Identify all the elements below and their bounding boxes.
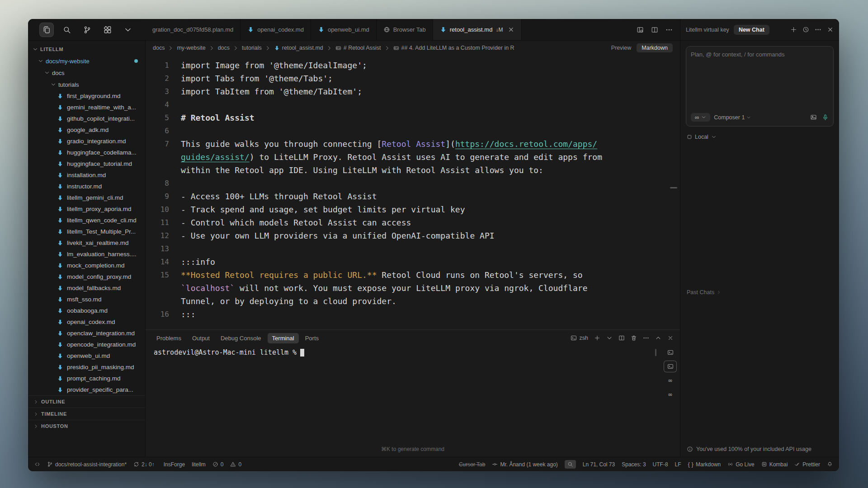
terminal-body[interactable]: astrodevil@Astro-Mac-mini litellm % ∞∞ <box>146 346 680 446</box>
kill-terminal-icon[interactable] <box>631 335 637 341</box>
split-terminal-icon[interactable] <box>618 335 625 341</box>
terminal-scrollbar[interactable] <box>655 349 656 356</box>
status-item-2-0[interactable]: 2↓ 0↑ <box>133 461 155 468</box>
chat-tab-title[interactable]: Litellm virtual key <box>686 27 729 33</box>
file-item[interactable]: github_copilot_integrati... <box>28 113 145 124</box>
code-line[interactable]: 6 <box>146 124 680 137</box>
past-chats-section[interactable]: Past Chats <box>686 289 834 296</box>
file-item[interactable]: mock_completion.md <box>28 260 145 271</box>
sidebar-section-outline[interactable]: OUTLINE <box>28 395 145 408</box>
shell-indicator[interactable]: zsh <box>571 335 588 341</box>
status-item-insforge[interactable]: InsForge <box>161 461 185 468</box>
breadcrumb-item[interactable]: # Retool Assist <box>335 45 381 51</box>
file-item[interactable]: first_playground.md <box>28 90 145 102</box>
breadcrumb-item[interactable]: retool_assist.md <box>274 45 323 51</box>
file-item[interactable]: openai_codex.md <box>28 316 145 328</box>
status-item-litellm[interactable]: litellm <box>192 461 206 468</box>
panel-tab-debug-console[interactable]: Debug Console <box>216 333 266 343</box>
file-item[interactable]: opencode_integration.md <box>28 339 145 350</box>
close-panel-icon[interactable] <box>667 335 674 341</box>
chat-history-icon[interactable] <box>802 26 809 33</box>
status-item[interactable] <box>565 460 576 469</box>
file-item[interactable]: litellm_qwen_code_cli.md <box>28 215 145 226</box>
editor-tab[interactable]: Browser Tab <box>377 19 433 40</box>
code-line[interactable]: 7This guide walks you through connecting… <box>146 137 680 150</box>
status-item-utf-8[interactable]: UTF-8 <box>653 461 668 468</box>
terminal-session-item[interactable] <box>664 361 676 372</box>
split-icon[interactable] <box>651 26 658 33</box>
markdown-button[interactable]: Markdown <box>637 43 673 52</box>
file-item[interactable]: msft_sso.md <box>28 294 145 305</box>
panel-tab-output[interactable]: Output <box>188 333 214 343</box>
attach-image-icon[interactable] <box>810 114 817 121</box>
activity-chevron-down-button[interactable] <box>121 23 135 37</box>
breadcrumb-item[interactable]: docs <box>153 45 165 51</box>
file-item[interactable]: litellm_gemini_cli.md <box>28 192 145 203</box>
sidebar-section-houston[interactable]: HOUSTON <box>28 420 145 432</box>
mic-icon[interactable] <box>822 114 829 121</box>
activity-search-button[interactable] <box>60 23 74 37</box>
sidebar-section-timeline[interactable]: TIMELINE <box>28 408 145 420</box>
file-item[interactable]: installation.md <box>28 169 145 181</box>
code-line[interactable]: 14:::info <box>146 255 680 268</box>
code-line[interactable]: 12- Use your own LLM providers via a uni… <box>146 229 680 242</box>
file-item[interactable]: google_adk.md <box>28 124 145 136</box>
file-item[interactable]: prompt_caching.md <box>28 373 145 384</box>
split-search-icon[interactable] <box>637 26 644 33</box>
code-line[interactable]: 5# Retool Assist <box>146 111 680 124</box>
project-header[interactable]: LITELLM <box>28 43 145 55</box>
code-line[interactable]: 16::: <box>146 308 680 321</box>
code-line[interactable]: 1import Image from '@theme/IdealImage'; <box>146 59 680 72</box>
file-item[interactable]: oobabooga.md <box>28 305 145 316</box>
preview-button[interactable]: Preview <box>611 45 631 51</box>
editor-tab[interactable]: gration_doc_d075fd58.plan.md <box>146 19 241 40</box>
new-chat-tab[interactable]: New Chat <box>734 25 769 35</box>
file-item[interactable]: openclaw_integration.md <box>28 328 145 339</box>
file-item[interactable]: livekit_xai_realtime.md <box>28 237 145 249</box>
status-item-0[interactable]: 0 <box>230 461 241 468</box>
terminal-session-item[interactable] <box>664 347 676 358</box>
status-item-kombai[interactable]: Kombai <box>761 461 788 468</box>
code-line[interactable]: `localhost` will not work. You must expo… <box>146 282 680 295</box>
model-selector[interactable]: Composer 1 <box>714 114 751 121</box>
tab-close-icon[interactable] <box>508 26 514 33</box>
breadcrumb-item[interactable]: my-website <box>177 45 205 51</box>
new-terminal-icon[interactable] <box>594 335 600 341</box>
activity-extensions-button[interactable] <box>101 23 114 37</box>
chat-more-icon[interactable] <box>815 26 821 33</box>
file-item[interactable]: huggingface_codellama... <box>28 147 145 158</box>
code-line[interactable]: 15**Hosted Retool requires a public URL.… <box>146 268 680 282</box>
activity-files-button[interactable] <box>40 23 53 37</box>
new-chat-plus-icon[interactable] <box>790 26 797 33</box>
file-item[interactable]: litellm_proxy_aporia.md <box>28 203 145 215</box>
panel-tab-terminal[interactable]: Terminal <box>268 333 299 343</box>
editor-scrollbar[interactable] <box>670 187 677 188</box>
file-item[interactable]: litellm_Test_Multiple_Pr... <box>28 226 145 237</box>
panel-tab-ports[interactable]: Ports <box>301 333 323 343</box>
activity-branch-button[interactable] <box>80 23 94 37</box>
code-line[interactable]: 13 <box>146 242 680 255</box>
file-item[interactable]: gemini_realtime_with_a... <box>28 102 145 113</box>
file-item[interactable]: model_config_proxy.md <box>28 271 145 282</box>
editor-tab[interactable]: retool_assist.md↓M <box>433 19 522 40</box>
file-item[interactable]: gradio_integration.md <box>28 136 145 147</box>
file-item[interactable]: huggingface_tutorial.md <box>28 158 145 169</box>
code-line[interactable]: 3import TabItem from '@theme/TabItem'; <box>146 85 680 98</box>
status-item-ln-71-col-73[interactable]: Ln 71, Col 73 <box>583 461 615 468</box>
status-item-cursor-tab[interactable]: Cursor Tab <box>459 461 485 468</box>
terminal-dropdown-icon[interactable] <box>606 335 613 341</box>
status-item-mr-nand-1-week-ago[interactable]: Mr. Ånand (1 week ago) <box>492 461 557 468</box>
terminal-more-icon[interactable] <box>643 335 649 341</box>
maximize-panel-icon[interactable] <box>655 335 661 341</box>
code-line[interactable]: 4 <box>146 98 680 111</box>
file-item[interactable]: presidio_pii_masking.md <box>28 361 145 373</box>
ellipsis-icon[interactable] <box>665 26 673 33</box>
file-item[interactable]: openweb_ui.md <box>28 350 145 361</box>
file-item[interactable]: provider_specific_para... <box>28 384 145 395</box>
breadcrumb-item[interactable]: ## 4. Add LiteLLM as a Custom Provider i… <box>393 45 514 51</box>
status-item-spaces-3[interactable]: Spaces: 3 <box>622 461 646 468</box>
status-item-markdown[interactable]: { }Markdown <box>688 461 721 468</box>
local-selector[interactable]: Local <box>687 134 833 140</box>
status-item-go-live[interactable]: Go Live <box>727 461 754 468</box>
breadcrumb-item[interactable]: docs <box>218 45 230 51</box>
